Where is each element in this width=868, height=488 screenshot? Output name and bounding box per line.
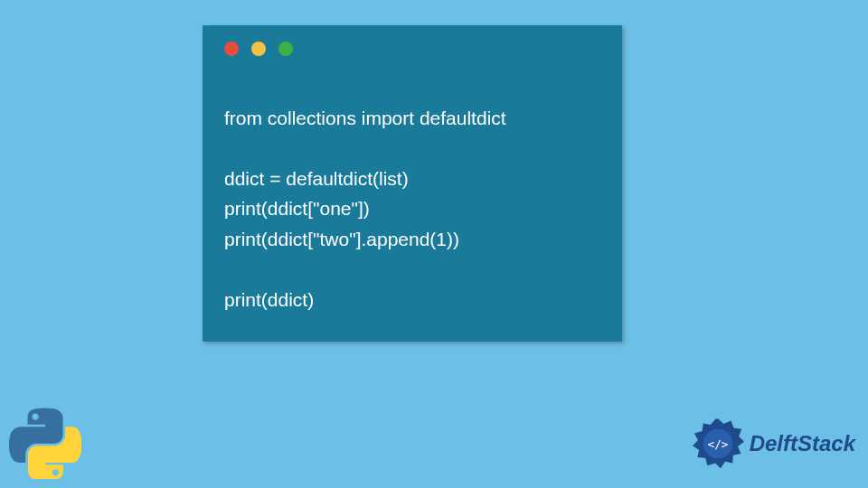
minimize-icon [251,42,266,56]
code-line: print(ddict["two"].append(1)) [224,229,459,249]
code-line: print(ddict["one"]) [224,198,370,219]
brand-badge-icon: </> [692,418,744,470]
code-line: ddict = defaultdict(list) [224,168,409,189]
close-icon [224,42,239,56]
svg-text:</>: </> [707,437,728,451]
brand-logo: </> DelftStack [692,418,855,470]
code-line: from collections import defaultdict [224,108,506,128]
python-logo-icon [9,407,81,479]
code-card: from collections import defaultdict ddic… [203,25,622,342]
brand-name: DelftStack [750,431,855,456]
code-snippet: from collections import defaultdict ddic… [203,63,622,345]
window-controls [203,25,622,63]
code-line: print(ddict) [224,289,314,310]
maximize-icon [278,42,293,56]
